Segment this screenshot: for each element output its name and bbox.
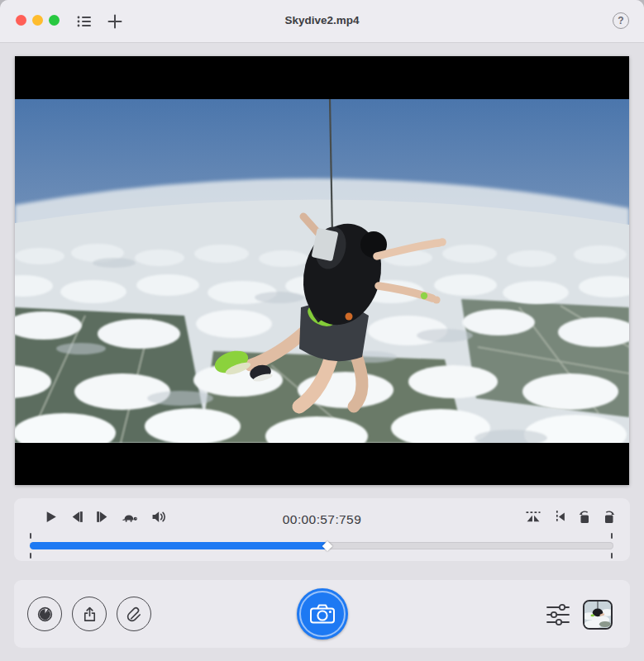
- seek-start-marker: [30, 533, 31, 539]
- timer-icon: [36, 606, 54, 623]
- paperclip-icon: [126, 606, 143, 623]
- snapshot-camera-button[interactable]: [297, 588, 348, 640]
- seek-end-marker: [611, 553, 613, 559]
- app-window: Skydive2.mp4 ?: [0, 0, 644, 661]
- titlebar: Skydive2.mp4 ?: [0, 0, 644, 43]
- video-frame-image: [15, 99, 629, 443]
- share-icon: [81, 606, 98, 623]
- flip-horizontal-button[interactable]: [552, 510, 567, 524]
- adjustments-button[interactable]: [545, 602, 571, 627]
- rotate-right-icon: [602, 510, 617, 524]
- transport-panel: 00:00:57:759: [14, 498, 630, 561]
- help-button[interactable]: ?: [613, 12, 629, 29]
- rotate-left-button[interactable]: [577, 510, 592, 524]
- seek-start-marker: [30, 553, 31, 559]
- capture-toolbar: [14, 580, 630, 648]
- sliders-icon: [545, 602, 571, 627]
- window-title: Skydive2.mp4: [0, 14, 644, 26]
- seek-progress-fill: [30, 542, 327, 549]
- rotate-left-icon: [577, 510, 592, 524]
- share-button[interactable]: [72, 597, 107, 631]
- help-label: ?: [618, 15, 623, 26]
- flip-vertical-button[interactable]: [524, 510, 542, 524]
- edit-controls: [524, 510, 617, 524]
- rotate-right-button[interactable]: [602, 510, 617, 524]
- attach-button[interactable]: [117, 597, 151, 631]
- seek-bar[interactable]: [30, 542, 613, 549]
- frame-thumbnail-button[interactable]: [583, 600, 613, 630]
- frame-thumbnail-image: [584, 602, 611, 628]
- flip-horizontal-icon: [552, 510, 567, 524]
- camera-icon: [309, 603, 336, 625]
- video-display: [15, 56, 629, 485]
- timer-button[interactable]: [27, 597, 62, 631]
- seek-end-marker: [611, 533, 613, 539]
- flip-vertical-icon: [524, 510, 542, 524]
